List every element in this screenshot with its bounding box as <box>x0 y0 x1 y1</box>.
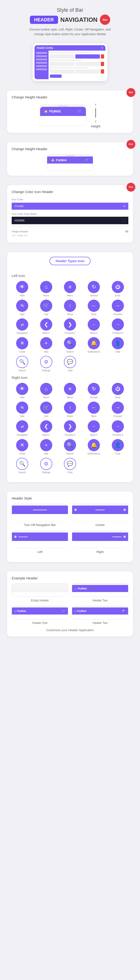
sale-icon-r[interactable]: % <box>16 402 28 414</box>
close-icon[interactable]: ✕ <box>16 337 28 349</box>
reload-icon[interactable]: ↻ <box>88 281 100 293</box>
settings-label: Settings <box>42 369 50 372</box>
height-header-label: Height Header <box>12 230 28 233</box>
reload-label: Reload <box>90 294 98 297</box>
icon-navigation-left: ⇄ Navigation <box>12 318 33 334</box>
settings-icon-r[interactable]: ⚙ <box>40 458 52 470</box>
notifications-icon[interactable]: 🔔 <box>88 337 100 349</box>
forward-icon[interactable]: → <box>112 300 124 312</box>
example-purple-2: ⌂ FlyWeb 🔍 Header Two <box>72 606 128 625</box>
back3-icon[interactable]: ← <box>88 318 100 331</box>
forward3-label-r: Forward-3 <box>112 434 123 436</box>
flyweb-label-ex-one: FlyWeb <box>17 609 26 612</box>
menu-icon-r[interactable]: ≡ <box>64 383 76 395</box>
chat2-icon[interactable]: 💬 <box>64 356 76 368</box>
header-types-section: Header Types Icon Left Icon 👁 Hide ⌂ Hom… <box>0 252 140 492</box>
style-top-right <box>72 531 128 533</box>
color-close-icon[interactable]: ✕ <box>123 205 126 208</box>
search-icon-r[interactable]: 🔍 <box>64 439 76 451</box>
style-bar-left <box>12 533 68 541</box>
menu-icon[interactable]: ≡ <box>64 281 76 293</box>
phone-logo-2: 🏠 FlyWeb <box>51 158 67 162</box>
add-icon-r[interactable]: + <box>40 439 52 451</box>
tablet-screen: Header Config ✕ <box>35 45 105 79</box>
icon-menu-left: ≡ Menu <box>60 281 80 297</box>
settings-icon[interactable]: ⚙ <box>40 356 52 368</box>
navigation-icon-r[interactable]: ⇄ <box>16 420 28 433</box>
exist-label-r: Exist <box>115 396 120 399</box>
cart-icon[interactable]: 🛒 <box>40 300 52 312</box>
change-color-title: Change Color Icon Header <box>12 190 128 194</box>
color-value-purple: #7c5df5 <box>14 205 24 208</box>
example-label-one: Header One <box>32 621 47 625</box>
forward3-label: Forward-3 <box>112 332 123 334</box>
notifications-icon-r[interactable]: 🔔 <box>88 439 100 451</box>
new-badge-hero: New <box>100 14 110 25</box>
cart-icon-1: 🛒 <box>77 109 82 114</box>
tablet-topbar-title: Header Config <box>37 47 53 49</box>
reload-label-r: Reload <box>90 396 98 399</box>
forward3-icon-r[interactable]: → <box>112 420 124 433</box>
chat2-icon-r[interactable]: 💬 <box>64 458 76 470</box>
back3-label: Back-3 <box>90 332 98 334</box>
share-icon[interactable]: ↑ <box>64 300 76 312</box>
search2-icon-r[interactable]: 🔍 <box>16 458 28 470</box>
forward3-icon[interactable]: → <box>112 318 124 331</box>
close-icon-r[interactable]: ✕ <box>16 439 28 451</box>
phone-wrapper-1: 🏠 FlyWeb 🛒 <box>40 105 87 126</box>
icon-reload-left: ↻ Reload <box>83 281 104 297</box>
style-mockup-off <box>12 503 68 521</box>
back-icon[interactable]: ← <box>88 300 100 312</box>
back3-icon-r[interactable]: ← <box>88 420 100 433</box>
cart-icon-r[interactable]: 🛒 <box>40 402 52 414</box>
sidebar-item-4 <box>36 62 47 64</box>
hide-icon-r[interactable]: 👁 <box>16 383 28 395</box>
chat-icon-r[interactable]: 👤 <box>112 439 124 451</box>
exist-icon[interactable]: ⏻ <box>112 281 124 293</box>
style-content-right <box>72 541 128 548</box>
add-label-r: Add <box>44 452 48 455</box>
back2-icon-r[interactable]: ❮ <box>40 420 52 433</box>
icon-chat2-right: 💬 Chat <box>60 458 80 474</box>
reload-icon-r[interactable]: ↻ <box>88 383 100 395</box>
exist-icon-r[interactable]: ⏻ <box>112 383 124 395</box>
left-icon-title: Left Icon <box>12 274 128 278</box>
icon-notifications-left: 🔔 Notifications <box>83 337 104 353</box>
navigation-icon[interactable]: ⇄ <box>16 318 28 331</box>
icon-settings-right: ⚙ Settings <box>35 458 57 474</box>
icon-exist-left: ⏻ Exist <box>107 281 128 297</box>
back2-icon[interactable]: ❮ <box>40 318 52 331</box>
search2-label-r: Search <box>19 471 26 474</box>
cart-icon-2: 🛒 <box>85 158 89 162</box>
sale-label: Sale <box>20 313 25 316</box>
forward2-label: Forward-2 <box>64 332 76 334</box>
sidebar-item-2 <box>36 55 47 57</box>
hide-icon[interactable]: 👁 <box>16 281 28 293</box>
home-icon[interactable]: ⌂ <box>40 281 52 293</box>
back-icon-r[interactable]: ← <box>88 402 100 414</box>
header-badge: HEADER <box>30 16 58 24</box>
forward2-icon[interactable]: ❯ <box>64 318 76 331</box>
sale-label-r: Sale <box>20 415 25 417</box>
forward2-icon-r[interactable]: ❯ <box>64 420 76 433</box>
forward-label: Forward <box>113 313 122 316</box>
height-indicator: ↑ ↓ Height <box>91 102 100 128</box>
icon-chat2-left: 💬 Chat <box>60 356 80 372</box>
search-icon[interactable]: 🔍 <box>64 337 76 349</box>
home-icon-r[interactable]: ⌂ <box>40 383 52 395</box>
hide-label: Hide <box>20 294 25 297</box>
header-types-card: Header Types Icon Left Icon 👁 Hide ⌂ Hom… <box>7 252 133 482</box>
add-icon[interactable]: + <box>40 337 52 349</box>
phone-wrapper-2: 🏠 FlyWeb 🛒 <box>47 154 93 171</box>
color-swatch-dark <box>122 219 126 222</box>
change-height-section-2: Change Height Header New 🏠 FlyWeb 🛒 <box>0 142 140 185</box>
color-config-header: #7c5df5 ✕ <box>12 203 128 210</box>
search2-icon[interactable]: 🔍 <box>16 356 28 368</box>
tablet-sidebar <box>35 51 49 79</box>
chat-icon[interactable]: 👤 <box>112 337 124 349</box>
share-icon-r[interactable]: ↑ <box>64 402 76 414</box>
forward-icon-r[interactable]: → <box>112 402 124 414</box>
icon-back3-right: ← Back-3 <box>83 420 104 436</box>
icon-cart-left: 🛒 Cart <box>35 300 57 316</box>
sale-icon[interactable]: % <box>16 300 28 312</box>
